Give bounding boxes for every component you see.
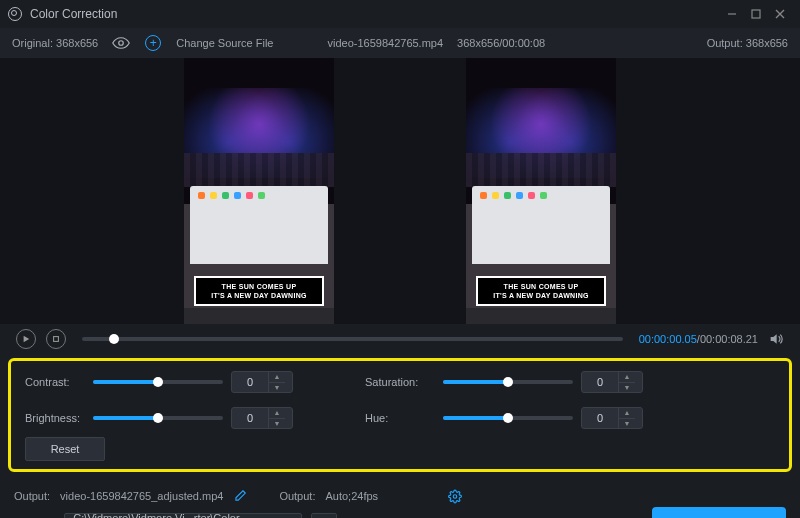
preview-output: THE SUN COMES UPIT'S A NEW DAY DAWNING	[400, 58, 682, 324]
contrast-slider[interactable]	[93, 380, 223, 384]
app-icon	[8, 7, 22, 21]
maximize-button[interactable]	[744, 4, 768, 24]
footer: Output: video-1659842765_adjusted.mp4 Ou…	[0, 478, 800, 518]
svg-rect-6	[54, 337, 59, 342]
saturation-value-stepper[interactable]: 0▲▼	[581, 371, 643, 393]
saveto-dropdown[interactable]: ▼	[311, 513, 337, 518]
video-frame-original: THE SUN COMES UPIT'S A NEW DAY DAWNING	[184, 58, 334, 324]
output-file-name: video-1659842765_adjusted.mp4	[60, 490, 223, 502]
brightness-slider[interactable]	[93, 416, 223, 420]
brightness-value-stepper[interactable]: 0▲▼	[231, 407, 293, 429]
preview-area: THE SUN COMES UPIT'S A NEW DAY DAWNING T…	[0, 58, 800, 324]
original-label: Original: 368x656	[12, 37, 98, 49]
reset-button[interactable]: Reset	[25, 437, 105, 461]
edit-filename-icon[interactable]	[233, 489, 247, 503]
preview-toggle-icon[interactable]	[112, 34, 130, 52]
output-format-label: Output:	[279, 490, 315, 502]
svg-rect-1	[752, 10, 760, 18]
export-button[interactable]: Export	[652, 507, 786, 518]
preview-original: THE SUN COMES UPIT'S A NEW DAY DAWNING	[118, 58, 400, 324]
svg-marker-7	[771, 334, 777, 343]
open-folder-button[interactable]	[351, 513, 377, 518]
spin-down-icon: ▼	[269, 383, 285, 393]
saveto-path-field[interactable]: C:\Vidmore\Vidmore Vi...rter\Color Corre…	[64, 513, 302, 518]
change-source-button[interactable]: Change Source File	[176, 37, 273, 49]
title-bar: Color Correction	[0, 0, 800, 28]
spin-up-icon: ▲	[619, 408, 635, 419]
stop-button[interactable]	[46, 329, 66, 349]
video-frame-output: THE SUN COMES UPIT'S A NEW DAY DAWNING	[466, 58, 616, 324]
seek-slider[interactable]	[82, 337, 623, 341]
spin-up-icon: ▲	[269, 408, 285, 419]
output-format-value: Auto;24fps	[325, 490, 378, 502]
spin-down-icon: ▼	[269, 419, 285, 429]
caption-overlay: THE SUN COMES UPIT'S A NEW DAY DAWNING	[194, 276, 324, 306]
saturation-label: Saturation:	[365, 376, 435, 388]
play-button[interactable]	[16, 329, 36, 349]
svg-marker-5	[24, 336, 30, 342]
transport-bar: 00:00:00.05/00:00:08.21	[0, 324, 800, 354]
svg-point-8	[453, 495, 457, 499]
info-bar: Original: 368x656 + Change Source File v…	[0, 28, 800, 58]
spin-up-icon: ▲	[619, 372, 635, 383]
brightness-label: Brightness:	[25, 412, 85, 424]
minimize-button[interactable]	[720, 4, 744, 24]
time-display: 00:00:00.05/00:00:08.21	[639, 333, 758, 345]
output-file-label: Output:	[14, 490, 50, 502]
spin-down-icon: ▼	[619, 383, 635, 393]
hue-value-stepper[interactable]: 0▲▼	[581, 407, 643, 429]
source-dims-time: 368x656/00:00:08	[457, 37, 545, 49]
settings-icon[interactable]	[448, 489, 462, 503]
contrast-label: Contrast:	[25, 376, 85, 388]
close-button[interactable]	[768, 4, 792, 24]
source-filename: video-1659842765.mp4	[327, 37, 443, 49]
color-adjust-panel: Contrast: 0▲▼ Saturation: 0▲▼ Brightness…	[8, 358, 792, 472]
svg-point-4	[119, 41, 124, 46]
add-icon[interactable]: +	[144, 34, 162, 52]
contrast-value-stepper[interactable]: 0▲▼	[231, 371, 293, 393]
seek-thumb[interactable]	[109, 334, 119, 344]
caption-overlay: THE SUN COMES UPIT'S A NEW DAY DAWNING	[476, 276, 606, 306]
spin-up-icon: ▲	[269, 372, 285, 383]
spin-down-icon: ▼	[619, 419, 635, 429]
hue-label: Hue:	[365, 412, 435, 424]
volume-icon[interactable]	[768, 331, 784, 347]
window-title: Color Correction	[30, 7, 117, 21]
saturation-slider[interactable]	[443, 380, 573, 384]
hue-slider[interactable]	[443, 416, 573, 420]
output-dims-label: Output: 368x656	[707, 37, 788, 49]
